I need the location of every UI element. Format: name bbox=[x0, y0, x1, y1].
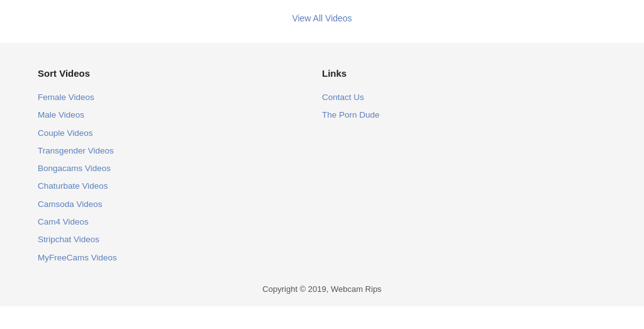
list-item: Camsoda Videos bbox=[38, 197, 322, 212]
list-item: Female Videos bbox=[38, 90, 322, 105]
sort-video-link[interactable]: Cam4 Videos bbox=[38, 217, 89, 226]
list-item: MyFreeCams Videos bbox=[38, 250, 322, 265]
sort-video-link[interactable]: Chaturbate Videos bbox=[38, 181, 108, 191]
links-list: Contact UsThe Porn Dude bbox=[322, 90, 606, 123]
list-item: Couple Videos bbox=[38, 126, 322, 141]
footer-columns: Sort Videos Female VideosMale VideosCoup… bbox=[38, 68, 606, 265]
sort-video-link[interactable]: Female Videos bbox=[38, 92, 94, 102]
list-item: Transgender Videos bbox=[38, 143, 322, 159]
list-item: Stripchat Videos bbox=[38, 232, 322, 247]
list-item: Bongacams Videos bbox=[38, 161, 322, 176]
links-column: Links Contact UsThe Porn Dude bbox=[322, 68, 606, 265]
top-section: View All Videos bbox=[0, 0, 644, 43]
sort-video-link[interactable]: MyFreeCams Videos bbox=[38, 253, 117, 262]
external-link[interactable]: Contact Us bbox=[322, 92, 364, 102]
external-link[interactable]: The Porn Dude bbox=[322, 110, 380, 120]
sort-videos-list: Female VideosMale VideosCouple VideosTra… bbox=[38, 90, 322, 265]
sort-video-link[interactable]: Stripchat Videos bbox=[38, 235, 99, 244]
links-heading: Links bbox=[322, 68, 606, 79]
view-all-videos-link[interactable]: View All Videos bbox=[292, 13, 352, 23]
list-item: Cam4 Videos bbox=[38, 215, 322, 230]
sort-video-link[interactable]: Bongacams Videos bbox=[38, 164, 111, 173]
sort-video-link[interactable]: Transgender Videos bbox=[38, 146, 114, 155]
sort-video-link[interactable]: Couple Videos bbox=[38, 128, 93, 138]
sort-videos-column: Sort Videos Female VideosMale VideosCoup… bbox=[38, 68, 322, 265]
list-item: Male Videos bbox=[38, 108, 322, 123]
copyright-text: Copyright © 2019, Webcam Rips bbox=[38, 265, 606, 306]
sort-video-link[interactable]: Male Videos bbox=[38, 110, 84, 120]
sort-video-link[interactable]: Camsoda Videos bbox=[38, 199, 103, 209]
list-item: Chaturbate Videos bbox=[38, 179, 322, 194]
list-item: The Porn Dude bbox=[322, 108, 606, 123]
list-item: Contact Us bbox=[322, 90, 606, 105]
sort-videos-heading: Sort Videos bbox=[38, 68, 322, 79]
footer-section: Sort Videos Female VideosMale VideosCoup… bbox=[0, 43, 644, 306]
